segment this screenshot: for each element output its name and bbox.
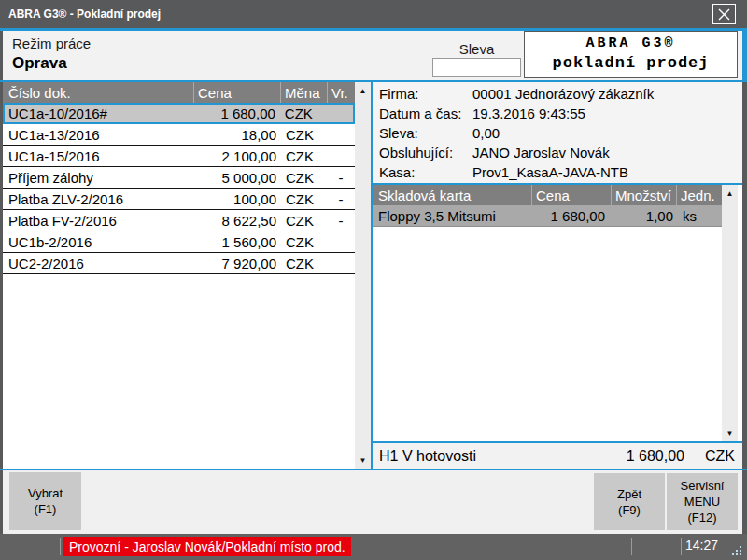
back-button[interactable]: Zpět (F9) [594, 473, 665, 530]
cell-currency: CZK [280, 213, 327, 229]
sale-info: Firma: 00001 Jednorázový zákazník Datum … [373, 82, 742, 183]
cell-currency: CZK [280, 127, 327, 143]
cell-doc: UC1a-13/2016 [3, 127, 193, 143]
col-header-unit: Jedn. [676, 185, 719, 205]
documents-scrollbar[interactable]: ▲ ▼ [355, 82, 371, 469]
info-value: Prov1_KasaA-JAVA-NTB [472, 164, 742, 180]
service-menu-label2: MENU [684, 494, 720, 510]
statusbar-separator [60, 538, 61, 555]
scroll-up-icon[interactable]: ▲ [722, 186, 738, 201]
info-label: Datum a čas: [373, 105, 472, 121]
discount-input[interactable] [432, 58, 521, 77]
table-row[interactable]: UC2-2/2016 7 920,00 CZK [3, 253, 355, 274]
info-value: 0,00 [472, 125, 742, 141]
info-value: 19.3.2016 9:43:55 [472, 105, 742, 121]
work-mode-label: Režim práce [12, 35, 91, 51]
cell-item-price: 1 680,00 [531, 208, 611, 224]
col-header-qty: Množství [611, 185, 676, 205]
info-row-firm: Firma: 00001 Jednorázový zákazník [373, 84, 742, 104]
col-header-currency: Měna [280, 82, 327, 103]
cell-doc: UC1a-15/2016 [3, 148, 193, 164]
info-row-discount: Sleva: 0,00 [373, 123, 742, 143]
app-window: ABRA G3® - Pokladní prodej Režim práce O… [0, 0, 747, 560]
info-row-operator: Obsluhující: JANO Jaroslav Novák [373, 143, 742, 162]
info-value: 00001 Jednorázový zákazník [472, 86, 742, 102]
cell-price: 100,00 [193, 191, 280, 207]
items-table-header: Skladová karta Cena Množství Jedn. [373, 185, 726, 205]
service-menu-button[interactable]: Servisní MENU (F12) [667, 473, 738, 530]
info-label: Firma: [373, 86, 472, 102]
col-header-vr: Vr. [327, 82, 355, 103]
scroll-down-icon[interactable]: ▼ [722, 426, 738, 441]
documents-table: Číslo dok. Cena Měna Vr. UC1a-10/2016# 1… [3, 82, 355, 274]
cell-item-unit: ks [676, 208, 719, 224]
statusbar-separator [631, 538, 632, 555]
cell-item-qty: 1,00 [611, 208, 676, 224]
info-label: Kasa: [373, 164, 472, 180]
cell-doc: Příjem zálohy [3, 170, 193, 186]
clock: 14:27 [685, 538, 718, 553]
cell-price: 5 000,00 [193, 170, 280, 186]
select-button[interactable]: Vybrat (F1) [9, 472, 81, 530]
col-header-doc: Číslo dok. [3, 82, 193, 103]
scroll-up-icon[interactable]: ▲ [355, 83, 371, 98]
col-header-item-price: Cena [531, 185, 611, 205]
cell-item-name: Floppy 3,5 Mitsumi [373, 208, 531, 224]
cell-price: 7 920,00 [193, 256, 280, 272]
cell-doc: Platba FV-2/2016 [3, 213, 193, 229]
item-row[interactable]: Floppy 3,5 Mitsumi 1 680,00 1,00 ks [373, 205, 726, 227]
brand-logo: ABRA G3® pokladní prodej [524, 31, 738, 78]
cell-price: 8 622,50 [193, 213, 280, 229]
items-scrollbar[interactable]: ▲ ▼ [722, 185, 738, 441]
info-value: JANO Jaroslav Novák [472, 145, 742, 161]
col-header-price: Cena [193, 82, 280, 103]
close-icon [718, 8, 730, 21]
payment-type-label: H1 V hotovosti [373, 448, 627, 465]
titlebar: ABRA G3® - Pokladní prodej [0, 0, 747, 28]
cell-vr: - [327, 170, 355, 186]
items-table: Skladová karta Cena Množství Jedn. Flopp… [373, 185, 742, 441]
close-button[interactable] [712, 4, 736, 24]
brand-logo-line1: ABRA G3® [525, 35, 737, 51]
window-title: ABRA G3® - Pokladní prodej [8, 7, 161, 21]
button-bar: Vybrat (F1) Zpět (F9) Servisní MENU (F12… [3, 470, 742, 534]
sale-pane: Firma: 00001 Jednorázový zákazník Datum … [373, 82, 742, 469]
statusbar: Provozní - Jaroslav Novák/Pokladní místo… [0, 534, 747, 560]
service-menu-shortcut: (F12) [687, 510, 716, 525]
total-amount: 1 680,00 [627, 448, 705, 465]
resize-grip[interactable] [730, 544, 741, 555]
table-row[interactable]: UC1a-13/2016 18,00 CZK [3, 124, 355, 146]
total-row: H1 V hotovosti 1 680,00 CZK [373, 443, 742, 469]
window-border-right-top [742, 31, 747, 82]
discount-label: Sleva [432, 41, 521, 57]
cell-vr: - [327, 191, 355, 207]
documents-table-header: Číslo dok. Cena Měna Vr. [3, 82, 355, 103]
documents-pane: Číslo dok. Cena Měna Vr. UC1a-10/2016# 1… [3, 82, 371, 469]
table-row[interactable]: Příjem zálohy 5 000,00 CZK - [3, 167, 355, 189]
cell-currency: CZK [280, 148, 327, 164]
cell-currency: CZK [280, 234, 327, 250]
brand-logo-line2: pokladní prodej [525, 54, 737, 72]
cell-currency: CZK [280, 256, 327, 272]
scroll-down-icon[interactable]: ▼ [355, 453, 371, 468]
statusbar-separator [681, 538, 682, 555]
info-row-register: Kasa: Prov1_KasaA-JAVA-NTB [373, 162, 742, 182]
cell-currency: CZK [279, 105, 326, 121]
table-row[interactable]: Platba ZLV-2/2016 100,00 CZK - [3, 189, 355, 210]
table-row[interactable]: Platba FV-2/2016 8 622,50 CZK - [3, 210, 355, 231]
cell-price: 1 680,00 [193, 105, 279, 121]
cell-price: 18,00 [193, 127, 280, 143]
cell-doc: Platba ZLV-2/2016 [3, 191, 193, 207]
info-label: Sleva: [373, 125, 472, 141]
table-row[interactable]: UC1a-10/2016# 1 680,00 CZK [3, 103, 355, 124]
top-panel: Režim práce Oprava Sleva ABRA G3® poklad… [3, 31, 742, 80]
cell-vr: - [327, 213, 355, 229]
cell-doc: UC2-2/2016 [3, 256, 193, 272]
table-row[interactable]: UC1a-15/2016 2 100,00 CZK [3, 146, 355, 167]
cell-currency: CZK [280, 170, 327, 186]
cell-currency: CZK [280, 191, 327, 207]
cell-doc: UC1b-2/2016 [3, 234, 193, 250]
work-mode-value: Oprava [12, 54, 67, 73]
table-row[interactable]: UC1b-2/2016 1 560,00 CZK [3, 231, 355, 253]
cell-doc: UC1a-10/2016# [5, 105, 193, 121]
